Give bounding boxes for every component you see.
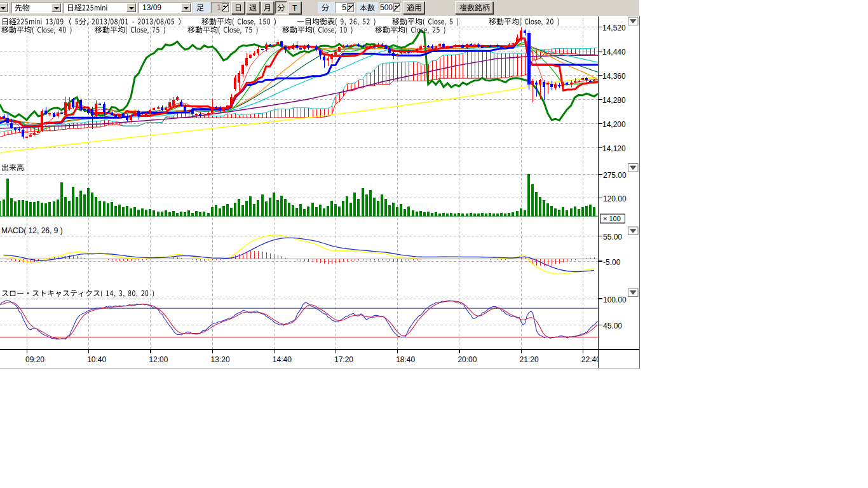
svg-text:09:20: 09:20 (25, 355, 44, 364)
svg-text:13:20: 13:20 (211, 355, 230, 364)
svg-text:14,120: 14,120 (602, 144, 626, 153)
svg-text:14,360: 14,360 (602, 72, 626, 81)
svg-text:22:40: 22:40 (581, 355, 600, 364)
svg-text:T: T (292, 4, 297, 13)
svg-text:12:00: 12:00 (149, 355, 168, 364)
svg-text:45.00: 45.00 (603, 322, 622, 330)
svg-text:21:20: 21:20 (520, 355, 539, 364)
svg-text:20:00: 20:00 (458, 355, 477, 364)
svg-text:× 100: × 100 (603, 215, 621, 222)
svg-text:14:40: 14:40 (273, 355, 292, 364)
svg-text:14,440: 14,440 (602, 48, 626, 57)
svg-text:-5.00: -5.00 (603, 258, 621, 267)
svg-text:14,280: 14,280 (602, 96, 626, 105)
svg-text:55.00: 55.00 (603, 233, 622, 241)
svg-text:10:40: 10:40 (87, 355, 106, 364)
svg-text:100.00: 100.00 (603, 295, 627, 304)
svg-text:MACD( 12, 26, 9 ): MACD( 12, 26, 9 ) (1, 226, 63, 235)
svg-text:18:40: 18:40 (396, 355, 415, 364)
svg-text:17:20: 17:20 (334, 355, 353, 364)
svg-text:14,520: 14,520 (602, 24, 626, 32)
svg-text:120.00: 120.00 (603, 194, 627, 203)
svg-text:14,200: 14,200 (602, 120, 626, 129)
svg-text:275.00: 275.00 (603, 171, 627, 180)
